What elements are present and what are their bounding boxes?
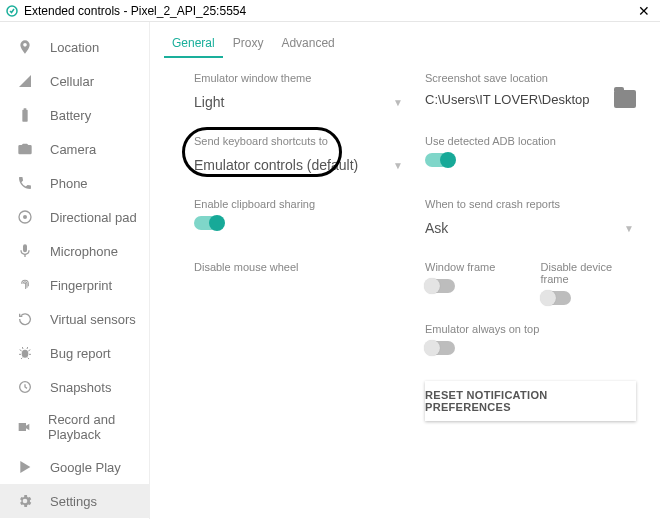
fingerprint-icon <box>16 276 34 294</box>
sidebar-item-label: Directional pad <box>50 210 137 225</box>
svg-point-3 <box>22 350 29 358</box>
sidebar-item-bugreport[interactable]: Bug report <box>0 336 149 370</box>
title-bar: Extended controls - Pixel_2_API_25:5554 … <box>0 0 660 22</box>
chevron-down-icon: ▼ <box>624 223 634 234</box>
sidebar: Location Cellular Battery Camera Phone D… <box>0 22 150 519</box>
sidebar-item-label: Camera <box>50 142 96 157</box>
theme-label: Emulator window theme <box>194 72 405 84</box>
sidebar-item-label: Record and Playback <box>48 412 139 442</box>
sidebar-item-record[interactable]: Record and Playback <box>0 404 149 450</box>
camera-icon <box>16 140 34 158</box>
tab-advanced[interactable]: Advanced <box>273 32 342 58</box>
always-top-label: Emulator always on top <box>425 323 636 335</box>
sidebar-item-label: Battery <box>50 108 91 123</box>
location-icon <box>16 38 34 56</box>
emulator-app-icon <box>6 5 18 17</box>
frame-toggle[interactable] <box>425 279 455 293</box>
dpad-icon <box>16 208 34 226</box>
theme-value: Light <box>194 94 224 110</box>
sidebar-item-battery[interactable]: Battery <box>0 98 149 132</box>
sidebar-item-cellular[interactable]: Cellular <box>0 64 149 98</box>
disable-device-frame-toggle[interactable] <box>541 291 571 305</box>
sidebar-item-microphone[interactable]: Microphone <box>0 234 149 268</box>
sidebar-item-virtualsensors[interactable]: Virtual sensors <box>0 302 149 336</box>
sidebar-item-phone[interactable]: Phone <box>0 166 149 200</box>
crash-label: When to send crash reports <box>425 198 636 210</box>
shortcuts-value: Emulator controls (default) <box>194 157 358 173</box>
sidebar-item-settings[interactable]: Settings <box>0 484 149 518</box>
chevron-down-icon: ▼ <box>393 160 403 171</box>
chevron-down-icon: ▼ <box>393 97 403 108</box>
sidebar-item-dpad[interactable]: Directional pad <box>0 200 149 234</box>
sidebar-item-label: Phone <box>50 176 88 191</box>
screenshot-path: C:\Users\IT LOVER\Desktop <box>425 92 606 107</box>
crash-select[interactable]: Ask ▼ <box>425 216 636 243</box>
settings-area: Emulator window theme Light ▼ Screenshot… <box>164 58 642 421</box>
sidebar-item-label: Microphone <box>50 244 118 259</box>
shortcuts-select[interactable]: Emulator controls (default) ▼ <box>194 153 405 180</box>
battery-icon <box>16 106 34 124</box>
cellular-icon <box>16 72 34 90</box>
gear-icon <box>16 492 34 510</box>
clipboard-label: Enable clipboard sharing <box>194 198 405 210</box>
sidebar-item-fingerprint[interactable]: Fingerprint <box>0 268 149 302</box>
main-area: Location Cellular Battery Camera Phone D… <box>0 22 660 519</box>
crash-value: Ask <box>425 220 448 236</box>
mouse-label: Disable mouse wheel <box>194 261 405 273</box>
adb-label: Use detected ADB location <box>425 135 636 147</box>
folder-icon[interactable] <box>614 90 636 108</box>
sidebar-item-label: Settings <box>50 494 97 509</box>
sidebar-item-camera[interactable]: Camera <box>0 132 149 166</box>
play-icon <box>16 458 34 476</box>
frame-label: Window frame <box>425 261 521 273</box>
sidebar-item-label: Location <box>50 40 99 55</box>
sidebar-item-label: Bug report <box>50 346 111 361</box>
tab-general[interactable]: General <box>164 32 223 58</box>
sidebar-item-label: Cellular <box>50 74 94 89</box>
reset-button-label: RESET NOTIFICATION PREFERENCES <box>425 389 636 413</box>
content-panel: General Proxy Advanced Emulator window t… <box>150 22 660 519</box>
adb-toggle[interactable] <box>425 153 455 167</box>
snapshot-icon <box>16 378 34 396</box>
window-title: Extended controls - Pixel_2_API_25:5554 <box>24 4 626 18</box>
sidebar-item-label: Virtual sensors <box>50 312 136 327</box>
svg-point-2 <box>23 215 27 219</box>
reset-notification-button[interactable]: RESET NOTIFICATION PREFERENCES <box>425 381 636 421</box>
sidebar-item-location[interactable]: Location <box>0 30 149 64</box>
screenshot-label: Screenshot save location <box>425 72 636 84</box>
sidebar-item-googleplay[interactable]: Google Play <box>0 450 149 484</box>
theme-select[interactable]: Light ▼ <box>194 90 405 117</box>
sidebar-item-label: Google Play <box>50 460 121 475</box>
bug-icon <box>16 344 34 362</box>
always-top-toggle[interactable] <box>425 341 455 355</box>
rotate-icon <box>16 310 34 328</box>
close-button[interactable]: ✕ <box>632 4 656 18</box>
tab-proxy[interactable]: Proxy <box>225 32 272 58</box>
clipboard-toggle[interactable] <box>194 216 224 230</box>
settings-tabs: General Proxy Advanced <box>164 32 642 58</box>
sidebar-item-snapshots[interactable]: Snapshots <box>0 370 149 404</box>
video-icon <box>16 418 32 436</box>
sidebar-item-label: Fingerprint <box>50 278 112 293</box>
phone-icon <box>16 174 34 192</box>
disable-device-frame-label: Disable device frame <box>541 261 637 285</box>
microphone-icon <box>16 242 34 260</box>
sidebar-item-label: Snapshots <box>50 380 111 395</box>
shortcuts-label: Send keyboard shortcuts to <box>194 135 405 147</box>
